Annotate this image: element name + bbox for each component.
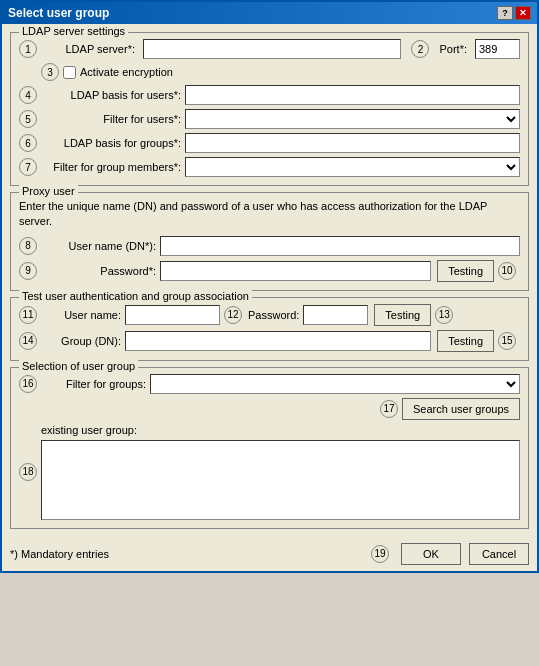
test-username-row: 11 User name: 12 Password: Testing 13 <box>19 304 520 326</box>
port-input[interactable] <box>475 39 520 59</box>
existing-group-row: 18 existing user group: <box>19 424 520 520</box>
encrypt-label: Activate encryption <box>80 66 173 78</box>
filter-groups-select[interactable] <box>150 374 520 394</box>
num10: 10 <box>498 262 516 280</box>
basis-groups-label: LDAP basis for groups*: <box>41 137 181 149</box>
proxy-test-button[interactable]: Testing <box>437 260 494 282</box>
num7: 7 <box>19 158 37 176</box>
ldap-server-input[interactable] <box>143 39 401 59</box>
num13: 13 <box>435 306 453 324</box>
test-group-row: 14 Group (DN): Testing 15 <box>19 330 520 352</box>
title-bar-buttons: ? ✕ <box>497 6 531 20</box>
num12: 12 <box>224 306 242 324</box>
footer-buttons: 19 OK Cancel <box>371 543 529 565</box>
test-username-input[interactable] <box>125 305 220 325</box>
test-password-label: Password: <box>248 309 299 321</box>
test-username-label: User name: <box>41 309 121 321</box>
ok-button[interactable]: OK <box>401 543 461 565</box>
proxy-password-input[interactable] <box>160 261 431 281</box>
filter-users-label: Filter for users*: <box>41 113 181 125</box>
ldap-settings-group: LDAP server settings 1 LDAP server*: 2 P… <box>10 32 529 186</box>
proxy-username-row: 8 User name (DN*): <box>19 236 520 256</box>
test-auth-title: Test user authentication and group assoc… <box>19 290 252 302</box>
proxy-desc: Enter the unique name (DN) and password … <box>19 199 520 230</box>
selection-group: Selection of user group 16 Filter for gr… <box>10 367 529 529</box>
num14: 14 <box>19 332 37 350</box>
num5: 5 <box>19 110 37 128</box>
dialog-title: Select user group <box>8 6 109 20</box>
filter-members-label: Filter for group members*: <box>41 161 181 173</box>
filter-users-select[interactable] <box>185 109 520 129</box>
num15: 15 <box>498 332 516 350</box>
basis-groups-row: 6 LDAP basis for groups*: <box>19 133 520 153</box>
proxy-user-group: Proxy user Enter the unique name (DN) an… <box>10 192 529 291</box>
num6: 6 <box>19 134 37 152</box>
num9: 9 <box>19 262 37 280</box>
basis-users-input[interactable] <box>185 85 520 105</box>
test-group-button[interactable]: Testing <box>437 330 494 352</box>
num4: 4 <box>19 86 37 104</box>
mandatory-note: *) Mandatory entries <box>10 548 109 560</box>
num17: 17 <box>380 400 398 418</box>
ldap-settings-title: LDAP server settings <box>19 25 128 37</box>
filter-users-row: 5 Filter for users*: <box>19 109 520 129</box>
footer: *) Mandatory entries 19 OK Cancel <box>2 537 537 571</box>
test-group-label: Group (DN): <box>41 335 121 347</box>
test-auth-button[interactable]: Testing <box>374 304 431 326</box>
existing-group-list[interactable] <box>41 440 520 520</box>
close-button[interactable]: ✕ <box>515 6 531 20</box>
proxy-title: Proxy user <box>19 185 78 197</box>
num2: 2 <box>411 40 429 58</box>
existing-group-label: existing user group: <box>41 424 520 436</box>
num11: 11 <box>19 306 37 324</box>
proxy-username-input[interactable] <box>160 236 520 256</box>
filter-groups-row: 16 Filter for groups: <box>19 374 520 394</box>
search-row: 17 Search user groups <box>19 398 520 420</box>
basis-users-row: 4 LDAP basis for users*: <box>19 85 520 105</box>
selection-title: Selection of user group <box>19 360 138 372</box>
num3: 3 <box>41 63 59 81</box>
dialog: Select user group ? ✕ LDAP server settin… <box>0 0 539 573</box>
proxy-password-label: Password*: <box>41 265 156 277</box>
test-auth-group: Test user authentication and group assoc… <box>10 297 529 361</box>
num1: 1 <box>19 40 37 58</box>
basis-users-label: LDAP basis for users*: <box>41 89 181 101</box>
dialog-body: LDAP server settings 1 LDAP server*: 2 P… <box>2 24 537 537</box>
encrypt-row: 3 Activate encryption <box>41 63 520 81</box>
search-groups-button[interactable]: Search user groups <box>402 398 520 420</box>
proxy-username-label: User name (DN*): <box>41 240 156 252</box>
num19: 19 <box>371 545 389 563</box>
basis-groups-input[interactable] <box>185 133 520 153</box>
test-group-input[interactable] <box>125 331 431 351</box>
test-password-input[interactable] <box>303 305 368 325</box>
ldap-server-row: 1 LDAP server*: 2 Port*: <box>19 39 520 59</box>
encrypt-checkbox[interactable] <box>63 66 76 79</box>
proxy-password-row: 9 Password*: Testing 10 <box>19 260 520 282</box>
cancel-button[interactable]: Cancel <box>469 543 529 565</box>
filter-groups-label: Filter for groups: <box>41 378 146 390</box>
title-bar: Select user group ? ✕ <box>2 2 537 24</box>
help-button[interactable]: ? <box>497 6 513 20</box>
num8: 8 <box>19 237 37 255</box>
server-label: LDAP server*: <box>45 43 135 55</box>
filter-members-row: 7 Filter for group members*: <box>19 157 520 177</box>
num16: 16 <box>19 375 37 393</box>
filter-members-select[interactable] <box>185 157 520 177</box>
num18: 18 <box>19 463 37 481</box>
port-label: Port*: <box>439 43 467 55</box>
